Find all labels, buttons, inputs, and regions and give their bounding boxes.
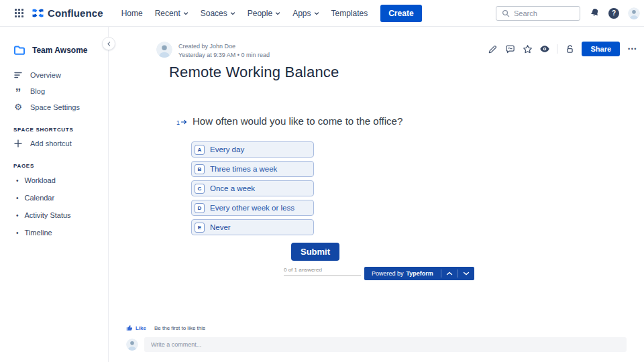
comment-input[interactable] (144, 337, 627, 352)
plus-icon (13, 139, 23, 147)
more-actions-icon[interactable]: ••• (627, 44, 639, 54)
chevron-down-icon[interactable] (458, 267, 474, 280)
option-b[interactable]: BThree times a week (191, 161, 314, 177)
space-sidebar: Team Awsome Overview”Blog⚙Space Settings… (0, 27, 109, 362)
pages-header: PAGES (0, 152, 108, 172)
search-icon (502, 9, 510, 17)
option-key: D (195, 203, 205, 213)
brand-name: Confluence (48, 7, 103, 19)
page-item-label: Calendar (25, 194, 55, 202)
confluence-logo-mark-icon (32, 8, 44, 18)
chevron-down-icon (275, 11, 280, 16)
help-icon[interactable]: ? (608, 8, 619, 19)
star-icon[interactable] (522, 44, 533, 54)
edit-icon[interactable] (487, 44, 498, 54)
submit-button[interactable]: Submit (291, 243, 339, 261)
primary-nav: HomeRecentSoacesPeopleAppsTemplates (118, 6, 372, 21)
sidebar-item-label: Space Settings (30, 103, 80, 111)
option-a[interactable]: AEvery day (191, 141, 314, 158)
nav-item-soaces[interactable]: Soaces (197, 6, 239, 21)
confluence-logo[interactable]: Confluence (32, 7, 103, 19)
search-input[interactable] (514, 9, 574, 17)
nav-item-apps[interactable]: Apps (289, 6, 322, 21)
notifications-bell-icon[interactable] (589, 8, 600, 19)
nav-item-people[interactable]: People (244, 6, 284, 21)
nav-item-label: Apps (292, 9, 311, 18)
page-item-label: Activity Status (25, 211, 71, 219)
chevron-down-icon (183, 11, 189, 16)
page-content: Created by John Doe Yesterday at 9:39 AM… (109, 27, 644, 362)
page-item-timeline[interactable]: Timeline (0, 224, 108, 241)
nav-item-home[interactable]: Home (118, 6, 146, 21)
question-text: How often would you like to come to the … (193, 115, 402, 127)
pages-list: WorkloadCalendarActivity StatusTimeline (0, 172, 108, 241)
author-avatar[interactable] (156, 42, 172, 58)
powered-by-typeform-link[interactable]: Powered by Typeform (364, 267, 441, 280)
page-item-activity-status[interactable]: Activity Status (0, 206, 108, 224)
option-label: Every other week or less (210, 204, 294, 212)
app-switcher-icon[interactable] (15, 9, 23, 17)
option-key: E (195, 223, 205, 233)
space-shortcuts-header: SPACE SHORTCUTS (0, 115, 108, 135)
like-row: Like Be the first to like this (126, 324, 205, 331)
comment-icon[interactable] (504, 44, 515, 54)
powered-by-prefix: Powered by (372, 270, 404, 277)
nav-item-label: People (248, 9, 272, 18)
page-item-calendar[interactable]: Calendar (0, 189, 108, 206)
sidebar-item-space-settings[interactable]: ⚙Space Settings (0, 99, 108, 115)
gear-icon: ⚙ (13, 104, 23, 111)
like-button[interactable]: Like (126, 324, 146, 331)
nav-item-templates[interactable]: Templates (328, 6, 372, 21)
top-nav-right: ? (496, 6, 640, 21)
page-toolbar: Share ••• (487, 42, 639, 56)
space-header[interactable]: Team Awsome (0, 27, 108, 56)
thumbs-up-icon (126, 324, 133, 331)
toolbar-icons (487, 44, 550, 54)
question-number: 1 (176, 119, 180, 126)
typeform-brand: Typeform (407, 270, 433, 277)
option-key: B (195, 164, 205, 174)
option-label: Every day (210, 145, 244, 154)
share-button[interactable]: Share (582, 42, 620, 56)
option-c[interactable]: COnce a week (191, 180, 314, 196)
nav-item-label: Recent (155, 9, 180, 18)
like-label: Like (136, 325, 146, 331)
space-folder-icon (13, 44, 25, 56)
add-shortcut-button[interactable]: Add shortcut (0, 135, 108, 152)
progress-text: 0 of 1 answered (284, 267, 322, 273)
nav-item-label: Soaces (201, 9, 227, 18)
nav-item-recent[interactable]: Recent (152, 6, 192, 21)
page-header: Created by John Doe Yesterday at 9:39 AM… (156, 39, 639, 58)
unrestricted-lock-icon[interactable] (564, 44, 575, 54)
byline-text: Created by John Doe Yesterday at 9:39 AM… (178, 39, 270, 58)
sidebar-item-overview[interactable]: Overview (0, 67, 108, 83)
create-button[interactable]: Create (380, 5, 421, 22)
commenter-avatar (126, 339, 138, 351)
top-navigation: Confluence HomeRecentSoacesPeopleAppsTem… (0, 0, 644, 27)
option-e[interactable]: ENever (191, 219, 314, 235)
sidebar-item-blog[interactable]: ”Blog (0, 83, 108, 99)
comment-row (126, 337, 627, 352)
question-row: 1 How often would you like to come to th… (176, 115, 402, 127)
chevron-down-icon (230, 11, 235, 16)
chevron-down-icon (314, 11, 319, 16)
nav-item-label: Templates (331, 9, 368, 18)
like-hint: Be the first to like this (154, 325, 205, 331)
search-box[interactable] (496, 6, 580, 21)
option-label: Never (210, 223, 231, 231)
option-d[interactable]: DEvery other week or less (191, 200, 314, 216)
page-item-label: Workload (25, 176, 56, 184)
option-key: A (195, 145, 205, 155)
quote-icon: ” (13, 87, 23, 95)
watch-icon[interactable] (539, 44, 550, 54)
sidebar-collapse-button[interactable] (102, 37, 115, 50)
page-item-workload[interactable]: Workload (0, 172, 108, 189)
typeform-widget-bar: Powered by Typeform (364, 267, 474, 280)
page-item-label: Timeline (25, 229, 52, 237)
space-name: Team Awsome (32, 46, 87, 55)
byline-meta: Yesterday at 9:39 AM • 0 min read (178, 52, 270, 58)
user-avatar[interactable] (628, 7, 640, 19)
sidebar-item-label: Blog (30, 87, 45, 95)
progress-bar (284, 275, 361, 276)
chevron-up-icon[interactable] (441, 267, 458, 280)
